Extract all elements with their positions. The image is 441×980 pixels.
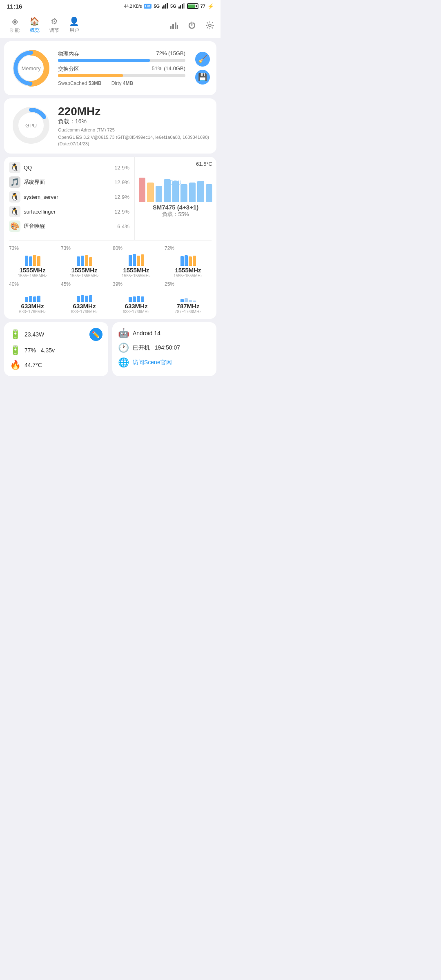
- network-speed: 44.2 KB/s: [124, 4, 142, 9]
- core-7: 25% 787MHz 787~1766MHz: [164, 281, 212, 314]
- core-3-bar-3: [193, 256, 196, 266]
- process-item-3: 🐧 surfaceflinger 12.9%: [9, 206, 129, 217]
- android-row: 🤖 Android 14: [118, 328, 211, 339]
- svg-rect-4: [178, 7, 180, 9]
- swap-bar-fill: [58, 74, 123, 77]
- battery-pct: 77: [200, 4, 205, 9]
- cpu-bar-7: [197, 181, 204, 202]
- core-6-range: 633~1766MHz: [123, 310, 149, 314]
- cpu-chart-area: 61.5°C CPU SM7475 (4+3+1) 负: [135, 157, 216, 240]
- core-4-bar-1: [29, 296, 32, 302]
- cpu-chip-name: SM7475 (4+3+1): [139, 204, 212, 211]
- core-6-bar-3: [141, 296, 144, 302]
- tab-tuning[interactable]: ⚙ 调节: [45, 15, 64, 36]
- power-watt: 23.43W: [24, 331, 44, 338]
- core-4-pct: 40%: [9, 281, 19, 287]
- memory-extra: SwapCached 53MB Dirty 4MB: [58, 80, 185, 86]
- core-7-range: 787~1766MHz: [175, 310, 201, 314]
- gpu-label: GPU: [25, 122, 37, 129]
- dirty: Dirty 4MB: [111, 80, 133, 86]
- physical-bar-track: [58, 59, 185, 62]
- memory-donut: Memory: [11, 48, 51, 89]
- core-2-bar-1: [133, 254, 136, 266]
- core-1-freq: 1555MHz: [71, 267, 97, 274]
- nav-actions: [168, 20, 216, 31]
- process-item-4: 🎨 语音唤醒 6.4%: [9, 220, 129, 232]
- core-0-bar-1: [29, 256, 32, 266]
- edit-button[interactable]: ✏️: [89, 328, 102, 341]
- storage-button[interactable]: 💾: [195, 70, 210, 85]
- swap-label: 交换分区: [58, 65, 79, 73]
- core-1: 73% 1555MHz 1555~1555MHz: [60, 245, 109, 278]
- globe-icon: 🌐: [118, 357, 129, 368]
- physical-memory-title: 物理内存 72% (15GB): [58, 50, 185, 58]
- cpu-bar-2: [156, 186, 162, 202]
- cpu-upper: 🐧 QQ 12.9% 🎵 系统界面 12.9% 🐧 system_server …: [4, 157, 216, 240]
- system-card: 🤖 Android 14 🕐 已开机 194:50:07 🌐 访问Scene官网: [112, 322, 216, 376]
- core-2-bar-3: [141, 254, 144, 266]
- tab-overview[interactable]: 🏠 概览: [24, 15, 45, 36]
- svg-rect-9: [172, 24, 174, 29]
- core-5-bar-1: [81, 295, 84, 302]
- gpu-info: 220MHz 负载：16% Qualcomm Adreno (TM) 725 O…: [58, 105, 210, 147]
- core-0-range: 1555~1555MHz: [18, 274, 47, 278]
- tab-features[interactable]: ◈ 功能: [5, 15, 24, 36]
- uptime-row: 🕐 已开机 194:50:07: [118, 343, 211, 353]
- process-icon-voice: 🎨: [9, 220, 20, 232]
- 5g-label: 5G: [154, 4, 160, 9]
- process-name-2: system_server: [24, 194, 111, 200]
- power-card: 🔋 23.43W ✏️ 🔋 77% 4.35v 🔥 44.7°C: [4, 322, 108, 376]
- signal-icon-2: [178, 3, 185, 9]
- core-6-bars: [129, 287, 144, 302]
- chart-button[interactable]: [168, 20, 180, 31]
- swap-bar-track: [58, 74, 185, 77]
- flame-icon: 🔥: [10, 360, 20, 370]
- charging-icon: ⚡: [207, 3, 214, 9]
- process-icon-sf: 🐧: [9, 206, 20, 217]
- power-button[interactable]: [186, 20, 198, 31]
- cpu-temp: 61.5°C: [139, 161, 212, 167]
- core-1-pct: 73%: [61, 245, 71, 251]
- features-icon: ◈: [12, 16, 18, 26]
- core-7-freq: 787MHz: [177, 303, 200, 310]
- core-2: 80% 1555MHz 1555~1555MHz: [112, 245, 160, 278]
- android-version: Android 14: [133, 330, 160, 336]
- core-7-bar-2: [189, 300, 192, 302]
- tab-users[interactable]: 👤 用户: [64, 15, 84, 36]
- core-0: 73% 1555MHz 1555~1555MHz: [8, 245, 57, 278]
- core-7-bars: [180, 287, 196, 302]
- tuning-icon: ⚙: [51, 16, 58, 26]
- cpu-bar-1: [147, 183, 154, 202]
- hd-badge: HD: [144, 4, 151, 9]
- core-6-bar-2: [137, 296, 140, 302]
- physical-memory-row: 物理内存 72% (15GB): [58, 50, 185, 62]
- physical-pct: 72% (15GB): [156, 50, 185, 58]
- core-1-range: 1555~1555MHz: [70, 274, 99, 278]
- core-6-pct: 39%: [113, 281, 122, 287]
- temp-value: 44.7°C: [24, 362, 42, 368]
- core-5-pct: 45%: [61, 281, 71, 287]
- core-2-bar-0: [129, 255, 132, 266]
- cpu-chip-load: 负载：55%: [139, 211, 212, 218]
- cpu-watermark: CPU: [169, 179, 182, 186]
- core-0-pct: 73%: [9, 245, 19, 251]
- core-4-bar-3: [37, 296, 40, 302]
- process-item-0: 🐧 QQ 12.9%: [9, 162, 129, 173]
- cpu-bar-6: [189, 183, 196, 202]
- clean-button[interactable]: 🧹: [195, 52, 210, 67]
- physical-bar-fill: [58, 59, 150, 62]
- overview-icon: 🏠: [29, 16, 40, 26]
- visit-row[interactable]: 🌐 访问Scene官网: [118, 357, 211, 368]
- battery-row: 🔋 77% 4.35v: [10, 345, 102, 356]
- power-icon: 🔋: [10, 329, 20, 340]
- core-3-bar-0: [180, 256, 184, 266]
- status-bar: 11:16 44.2 KB/s HD 5G 5G 77 ⚡: [0, 0, 220, 12]
- process-pct-4: 6.4%: [117, 223, 129, 229]
- core-5-bars: [77, 287, 92, 302]
- visit-link[interactable]: 访问Scene官网: [133, 359, 172, 366]
- svg-rect-2: [165, 4, 166, 9]
- settings-button[interactable]: [204, 20, 216, 31]
- cpu-bar-8: [206, 184, 212, 202]
- process-pct-2: 12.9%: [114, 194, 129, 200]
- gpu-donut: GPU: [11, 105, 51, 146]
